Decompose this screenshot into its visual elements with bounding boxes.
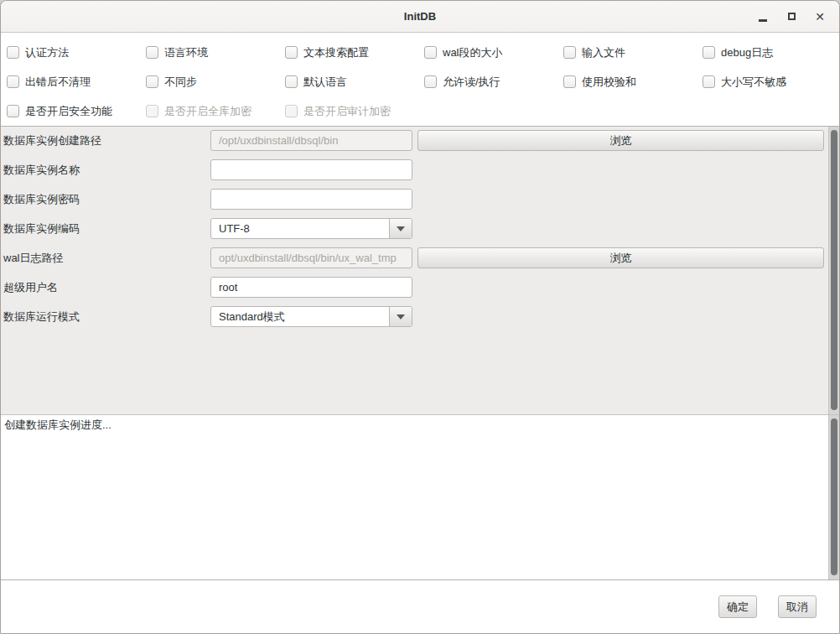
checkbox[interactable] [563,46,576,59]
checkbox-item[interactable]: 默认语言 [285,75,424,90]
checkbox-label: 允许读/执行 [443,75,500,90]
checkbox-label: debug日志 [721,45,773,60]
form-row: 数据库实例密码 [1,189,839,210]
dialog-footer: 确定 取消 [1,580,839,633]
options-checkbox-panel: 认证方法语言环境文本搜索配置wal段的大小输入文件debug日志出错后不清理不同… [1,33,839,126]
form-label: 超级用户名 [3,280,58,295]
dropdown-arrow-button[interactable] [389,307,412,326]
checkbox-label: 是否开启全库加密 [164,104,251,119]
checkbox-label: 大小写不敏感 [721,75,786,90]
checkbox-label: 输入文件 [582,45,625,60]
checkbox[interactable] [146,46,158,59]
close-button[interactable]: ✕ [806,5,834,29]
browse-button[interactable]: 浏览 [417,130,824,151]
checkbox-item[interactable]: 不同步 [146,75,285,90]
window-controls: ✕ [749,1,834,32]
dropdown[interactable]: Standard模式 [210,306,412,327]
form-scrollbar[interactable] [828,127,839,414]
checkbox-label: 不同步 [164,75,197,90]
form-row: wal日志路径浏览 [1,247,839,268]
form-scrollbar-thumb[interactable] [831,130,837,410]
checkbox[interactable] [146,75,158,88]
chevron-down-icon [397,314,405,320]
checkbox-item[interactable]: 使用校验和 [563,75,703,90]
form-label: 数据库实例密码 [3,192,80,207]
checkbox-item[interactable]: wal段的大小 [424,45,563,60]
checkbox-label: 认证方法 [25,45,69,60]
checkbox[interactable] [7,46,19,59]
checkbox[interactable] [285,46,298,59]
initdb-dialog: InitDB ✕ 认证方法语言环境文本搜索配置wal段的大小输入文件debug日… [0,0,840,634]
text-input[interactable] [210,159,412,180]
checkbox-item: 是否开启审计加密 [285,104,424,119]
instance-form-panel: 数据库实例创建路径浏览数据库实例名称数据库实例密码数据库实例编码UTF-8wal… [1,126,839,415]
checkbox-label: 是否开启安全功能 [25,104,112,119]
progress-panel: 创建数据库实例进度... [1,415,839,580]
progress-scrollbar-thumb[interactable] [831,418,837,575]
checkbox[interactable] [703,46,715,59]
checkbox-label: 出错后不清理 [25,75,91,90]
minimize-icon [759,19,767,22]
dropdown-value: Standard模式 [211,309,389,325]
form-rows: 数据库实例创建路径浏览数据库实例名称数据库实例密码数据库实例编码UTF-8wal… [1,127,839,327]
checkbox[interactable] [424,75,437,88]
maximize-button[interactable] [777,5,806,29]
title-bar[interactable]: InitDB ✕ [1,1,839,33]
checkbox-item[interactable]: 是否开启安全功能 [7,104,146,119]
dropdown-value: UTF-8 [211,222,389,235]
dropdown[interactable]: UTF-8 [210,218,412,239]
form-row: 超级用户名 [1,277,839,298]
maximize-icon [788,13,796,20]
text-input[interactable] [210,277,412,298]
form-label: 数据库实例编码 [3,221,80,236]
progress-scrollbar[interactable] [828,415,839,579]
form-row: 数据库实例名称 [1,159,839,180]
checkbox-item[interactable]: 出错后不清理 [7,75,146,90]
checkbox-label: 默认语言 [303,75,347,90]
form-label: 数据库实例名称 [3,163,80,178]
checkbox-label: 是否开启审计加密 [303,104,391,119]
form-row: 数据库实例编码UTF-8 [1,218,839,239]
text-input [210,130,412,151]
progress-text: 创建数据库实例进度... [1,415,839,435]
checkbox[interactable] [7,105,19,117]
form-row: 数据库实例创建路径浏览 [1,130,839,151]
checkbox-item[interactable]: debug日志 [703,45,840,60]
form-label: 数据库实例创建路径 [3,133,101,148]
form-label: 数据库运行模式 [3,309,80,325]
close-icon: ✕ [815,11,825,23]
checkbox-item: 是否开启全库加密 [146,104,285,119]
checkbox[interactable] [7,75,19,88]
checkbox[interactable] [424,46,437,59]
checkbox [146,105,158,117]
checkbox-label: 文本搜索配置 [303,45,369,60]
form-row: 数据库运行模式Standard模式 [1,306,839,327]
checkbox-item[interactable]: 大小写不敏感 [703,75,840,90]
checkbox-item[interactable]: 文本搜索配置 [285,45,424,60]
checkbox [285,105,298,117]
checkbox-label: 使用校验和 [582,75,636,90]
checkbox-item[interactable]: 允许读/执行 [424,75,563,90]
checkbox[interactable] [703,75,715,88]
minimize-button[interactable] [749,5,777,29]
checkbox[interactable] [285,75,298,88]
checkbox-item[interactable]: 语言环境 [146,45,285,60]
dropdown-arrow-button[interactable] [389,219,412,238]
checkbox-item[interactable]: 认证方法 [7,45,146,60]
checkbox-label: wal段的大小 [443,45,503,60]
chevron-down-icon [397,226,405,231]
text-input[interactable] [210,189,412,210]
checkbox[interactable] [563,75,576,88]
window-title: InitDB [404,10,436,23]
browse-button[interactable]: 浏览 [417,247,824,268]
text-input [210,247,412,268]
ok-button[interactable]: 确定 [718,595,757,618]
checkbox-item[interactable]: 输入文件 [563,45,703,60]
checkbox-label: 语言环境 [164,45,208,60]
form-label: wal日志路径 [3,251,64,266]
cancel-button[interactable]: 取消 [778,595,817,618]
